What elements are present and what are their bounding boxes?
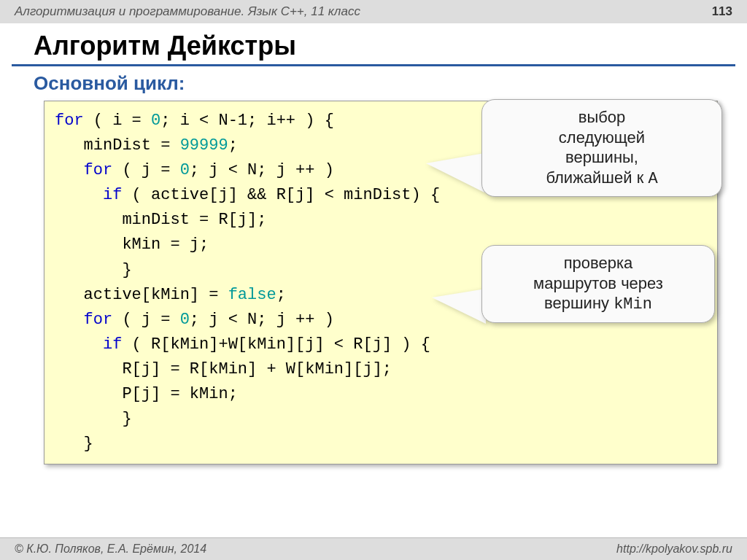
slide-subtitle: Основной цикл: xyxy=(0,66,747,98)
callout-text: выбор xyxy=(495,107,708,128)
footer-bar: © К.Ю. Поляков, Е.А. Ерёмин, 2014 http:/… xyxy=(0,537,747,560)
callout-text: вершину kMin xyxy=(495,293,701,315)
code-line: if ( R[kMin]+W[kMin][j] < R[j] ) { xyxy=(55,332,707,357)
code-line: } xyxy=(55,432,707,456)
callout-text: следующей xyxy=(495,128,708,148)
callout-text: вершины, xyxy=(495,147,708,168)
callout-route-check: проверка маршрутов через вершину kMin xyxy=(481,245,715,323)
code-line: R[j] = R[kMin] + W[kMin][j]; xyxy=(55,357,707,382)
footer-copyright: © К.Ю. Поляков, Е.А. Ерёмин, 2014 xyxy=(15,542,206,556)
slide-title: Алгоритм Дейкстры xyxy=(12,23,735,66)
footer-url: http://kpolyakov.spb.ru xyxy=(616,542,732,556)
code-line: P[j] = kMin; xyxy=(55,382,707,407)
callout-text: проверка xyxy=(495,253,701,273)
callout-tail xyxy=(426,153,484,192)
callout-text: ближайшей к A xyxy=(495,168,708,190)
code-line: } xyxy=(55,407,707,432)
callout-vertex-selection: выбор следующей вершины, ближайшей к A xyxy=(481,99,722,197)
code-line: minDist = R[j]; xyxy=(55,208,707,233)
page-number: 113 xyxy=(712,4,732,19)
header-subject: Алгоритмизация и программирование. Язык … xyxy=(15,4,360,19)
callout-text: маршрутов через xyxy=(495,273,701,294)
callout-tail xyxy=(432,289,486,324)
header-bar: Алгоритмизация и программирование. Язык … xyxy=(0,0,747,23)
